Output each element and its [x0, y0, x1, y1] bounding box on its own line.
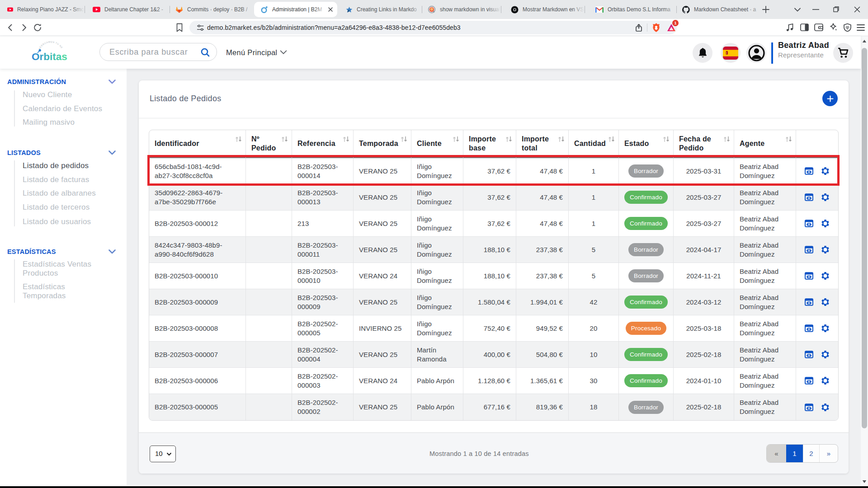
svg-text:ACERCAMOS TU NEGOCIO: ACERCAMOS TU NEGOCIO	[29, 40, 63, 50]
svg-text:Orbitas: Orbitas	[32, 51, 67, 62]
